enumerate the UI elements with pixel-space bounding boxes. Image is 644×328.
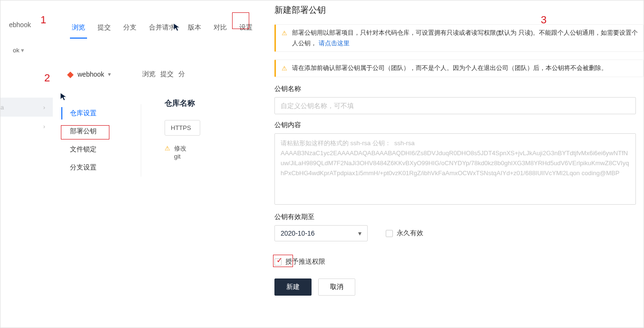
annotation-2: 2 [44, 72, 50, 84]
tree-row-2[interactable]: › [0, 117, 53, 136]
https-selector[interactable]: HTTPS [165, 120, 200, 136]
tab-releases[interactable]: 版本 [182, 21, 207, 39]
alert-info-1: ⚠ 部署公钥用以部署项目，只针对本代码仓库，可设置拥有只读或者读写权限(默认为 … [274, 24, 644, 52]
warn-snippet: ⚠ 修改 git [165, 144, 200, 160]
checkbox-forever-label: 永久有效 [397, 229, 423, 238]
warning-icon: ⚠ [165, 145, 170, 160]
tab-merge-requests[interactable]: 合并请求 [143, 21, 181, 39]
panel-1-top-nav: ebhook 浏览 提交 分支 合并请求 版本 对比 设置 ok ▾ 1 [0, 0, 267, 55]
deploy-key-form: 新建部署公钥 3 ⚠ 部署公钥用以部署项目，只针对本代码仓库，可设置拥有只读或者… [267, 0, 644, 328]
form-title: 新建部署公钥 [274, 4, 644, 16]
warning-icon: ⚠ [282, 63, 287, 74]
chevron-right-icon: › [43, 104, 45, 111]
label-key-content: 公钥内容 [274, 121, 644, 129]
alert-info-2: ⚠ 请在添加前确认部署公钥属于公司（团队），而不是个人。因为个人在退出公司（团队… [274, 60, 644, 77]
caret-down-icon: ▾ [108, 71, 111, 78]
warning-icon: ⚠ [282, 28, 287, 49]
checkbox-push-permission[interactable]: 授予推送权限 [274, 258, 325, 266]
tree-row-1[interactable]: a › [0, 98, 53, 117]
expiry-value: 2020-10-16 [281, 229, 315, 237]
repo-right-panel: 仓库名称 HTTPS ⚠ 修改 git [165, 99, 200, 160]
checkbox-box [274, 258, 282, 266]
tab-commits[interactable]: 提交 [92, 21, 117, 39]
tab-browse[interactable]: 浏览 [66, 21, 91, 39]
submit-button[interactable]: 新建 [274, 278, 312, 296]
tab2-commits[interactable]: 提交 [160, 70, 174, 79]
repo-name: webhook [78, 70, 104, 78]
tab-compare[interactable]: 对比 [208, 21, 233, 39]
annotation-box-settings [232, 12, 249, 29]
textarea-key-content[interactable] [274, 133, 636, 205]
tab2-browse[interactable]: 浏览 [142, 70, 156, 79]
chevron-right-icon: › [43, 123, 45, 130]
alert1-link[interactable]: 请点击这里 [319, 40, 350, 47]
repo-name-title: 仓库名称 [165, 99, 200, 109]
left-tree: a › › [0, 98, 53, 136]
checkbox-push-label: 授予推送权限 [285, 258, 325, 266]
label-key-name: 公钥名称 [274, 85, 644, 93]
top-tabs: 浏览 提交 分支 合并请求 版本 对比 设置 [66, 21, 258, 39]
breadcrumb-text: ebhook [9, 21, 31, 29]
breadcrumb-secondary[interactable]: ok ▾ [13, 47, 26, 54]
caret-down-icon: ▾ [20, 47, 26, 54]
select-expiry-date[interactable]: 2020-10-16 ▾ [274, 225, 368, 241]
side-item-branch-settings[interactable]: 分支设置 [61, 159, 141, 177]
input-key-name[interactable] [274, 97, 636, 114]
breadcrumb-main[interactable]: ebhook [9, 21, 31, 29]
label-expiry: 公钥有效期至 [274, 213, 644, 221]
cancel-button[interactable]: 取消 [318, 278, 355, 296]
settings-side-menu: 仓库设置 部署公钥 文件锁定 分支设置 [61, 104, 141, 177]
side-item-repo-settings[interactable]: 仓库设置 [61, 104, 141, 122]
checkbox-forever[interactable]: 永久有效 [386, 229, 423, 238]
repo-tabs: 浏览 提交 分 [142, 70, 185, 79]
checkbox-box [386, 230, 393, 237]
side-item-file-lock[interactable]: 文件锁定 [61, 140, 141, 159]
tab2-branches[interactable]: 分 [178, 70, 185, 79]
caret-down-icon: ▾ [358, 229, 361, 237]
repo-header[interactable]: ◆ webhook ▾ [67, 69, 111, 80]
side-item-deploy-keys[interactable]: 部署公钥 [61, 122, 141, 140]
panel-2-settings-sidebar: ◆ webhook ▾ 浏览 提交 分 a › › 仓库设置 部署公钥 文件锁定… [0, 57, 200, 183]
git-icon: ◆ [67, 69, 74, 80]
tab-branches[interactable]: 分支 [117, 21, 142, 39]
alert2-text: 请在添加前确认部署公钥属于公司（团队），而不是个人。因为个人在退出公司（团队）后… [292, 63, 607, 74]
annotation-1: 1 [40, 14, 46, 26]
